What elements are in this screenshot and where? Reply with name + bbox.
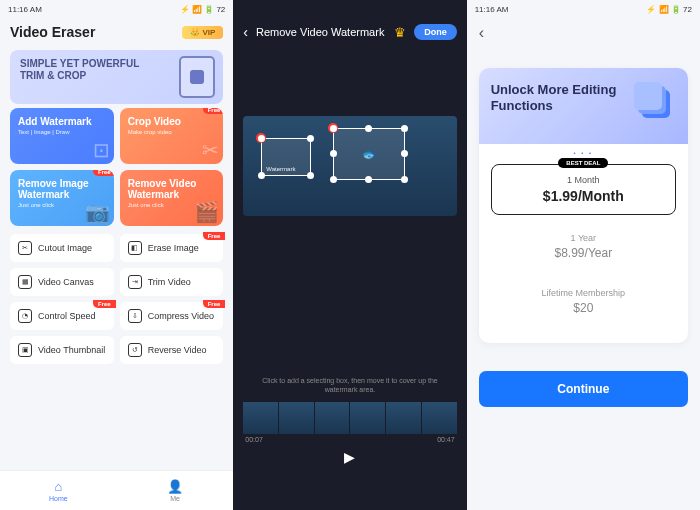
pricing-card: Unlock More Editing Functions • • • BEST…	[479, 68, 688, 343]
time-labels: 00:0700:47	[233, 434, 466, 445]
tool-list: ✂Cutout Image Free◧Erase Image ▦Video Ca…	[0, 230, 233, 368]
stamp-icon: ⊡	[93, 138, 110, 162]
item-video-thumbnail[interactable]: ▣Video Thumbnail	[10, 336, 114, 364]
editor-header: ‹ Remove Video Watermark ♛ Done	[233, 18, 466, 46]
speed-icon: ◔	[18, 309, 32, 323]
canvas-icon: ▦	[18, 275, 32, 289]
video-preview[interactable]: × Watermark × 🐟	[243, 116, 456, 216]
item-cutout-image[interactable]: ✂Cutout Image	[10, 234, 114, 262]
done-button[interactable]: Done	[414, 24, 457, 40]
thumbnail-icon: ▣	[18, 343, 32, 357]
feature-tiles: Add Watermark Text | Image | Draw ⊡ Free…	[0, 108, 233, 226]
item-compress-video[interactable]: Free⇩Compress Video	[120, 302, 224, 330]
timeline[interactable]	[243, 402, 456, 434]
cutout-icon: ✂	[18, 241, 32, 255]
item-erase-image[interactable]: Free◧Erase Image	[120, 234, 224, 262]
status-bar: 11:16 AM ⚡ 📶 🔋 72	[0, 0, 233, 18]
plan-1-year[interactable]: 1 Year $8.99/Year	[491, 223, 676, 270]
tile-crop-video[interactable]: Free Crop Video Make crop video ✂	[120, 108, 224, 164]
home-screen: 11:16 AM ⚡ 📶 🔋 72 Video Eraser 👑 VIP SIM…	[0, 0, 233, 510]
tab-bar: ⌂Home 👤Me	[0, 470, 233, 510]
status-bar	[233, 0, 466, 18]
plan-1-month[interactable]: BEST DEAL 1 Month $1.99/Month	[491, 164, 676, 215]
fish-icon: 🐟	[362, 147, 377, 161]
hint-text: Click to add a selecting box, then move …	[233, 376, 466, 394]
back-button[interactable]: ‹	[243, 24, 248, 40]
unlock-banner: Unlock More Editing Functions	[479, 68, 688, 144]
tab-home[interactable]: ⌂Home	[0, 471, 117, 510]
camera-icon: 📷	[85, 200, 110, 224]
play-button[interactable]: ▶	[233, 449, 466, 465]
app-title: Video Eraser	[10, 24, 95, 40]
layers-icon	[634, 82, 676, 124]
phone-icon	[179, 56, 215, 98]
vip-badge[interactable]: 👑 VIP	[182, 26, 223, 39]
home-icon: ⌂	[54, 479, 62, 494]
selection-box-1[interactable]: × Watermark	[261, 138, 311, 176]
trim-icon: ⇥	[128, 275, 142, 289]
compress-icon: ⇩	[128, 309, 142, 323]
reverse-icon: ↺	[128, 343, 142, 357]
erase-icon: ◧	[128, 241, 142, 255]
item-video-canvas[interactable]: ▦Video Canvas	[10, 268, 114, 296]
back-button[interactable]: ‹	[467, 18, 700, 48]
crown-icon[interactable]: ♛	[394, 25, 406, 40]
editor-title: Remove Video Watermark	[256, 26, 386, 38]
best-deal-badge: BEST DEAL	[558, 158, 608, 168]
header: Video Eraser 👑 VIP	[0, 18, 233, 46]
paywall-screen: 11:16 AM⚡ 📶 🔋 72 ‹ Unlock More Editing F…	[467, 0, 700, 510]
film-icon: 🎬	[194, 200, 219, 224]
continue-button[interactable]: Continue	[479, 371, 688, 407]
item-control-speed[interactable]: Free◔Control Speed	[10, 302, 114, 330]
item-trim-video[interactable]: ⇥Trim Video	[120, 268, 224, 296]
scissors-icon: ✂	[202, 138, 219, 162]
tile-remove-image-wm[interactable]: Free Remove Image Watermark Just one cli…	[10, 170, 114, 226]
tile-remove-video-wm[interactable]: Remove Video Watermark Just one click 🎬	[120, 170, 224, 226]
editor-screen: ‹ Remove Video Watermark ♛ Done × Waterm…	[233, 0, 466, 510]
tab-me[interactable]: 👤Me	[117, 471, 234, 510]
item-reverse-video[interactable]: ↺Reverse Video	[120, 336, 224, 364]
selection-box-2[interactable]: × 🐟	[333, 128, 405, 180]
user-icon: 👤	[167, 479, 183, 494]
page-dots: • • •	[479, 150, 688, 156]
hero-banner[interactable]: SIMPLE YET POWERFUL TRIM & CROP	[10, 50, 223, 104]
plan-lifetime[interactable]: Lifetime Membership $20	[491, 278, 676, 325]
tile-add-watermark[interactable]: Add Watermark Text | Image | Draw ⊡	[10, 108, 114, 164]
status-bar: 11:16 AM⚡ 📶 🔋 72	[467, 0, 700, 18]
